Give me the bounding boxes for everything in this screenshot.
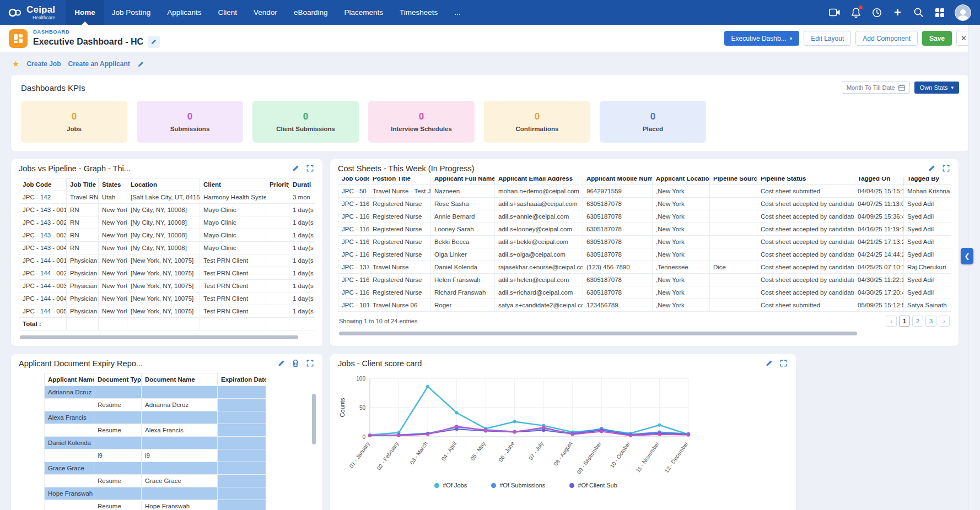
nav-item-timesheets[interactable]: Timesheets [391, 0, 446, 25]
kpi-card-interview-schedules[interactable]: 0Interview Schedules [368, 101, 475, 143]
table-row[interactable]: JPC - 50Travel Nurse - Test JobNazneenmo… [338, 185, 951, 198]
apps-grid-icon[interactable] [934, 7, 945, 18]
table-row[interactable]: JPC - 116Registered NurseHelen Franswaha… [338, 274, 951, 286]
create-applicant-link[interactable]: Create an Applicant [68, 60, 130, 68]
document-row[interactable]: ResumeHope Franswah [45, 500, 266, 510]
pagination-next-button[interactable]: › [939, 316, 950, 327]
own-stats-button[interactable]: Own Stats▾ [914, 82, 959, 94]
pagination-prev-button[interactable]: ‹ [886, 316, 897, 327]
applicant-group-row[interactable]: Adrianna Dcruz [45, 386, 266, 399]
table-row[interactable]: JPC - 101Travel Nurse 06Rogersatya.s+can… [338, 299, 951, 312]
expand-widget-button[interactable] [942, 164, 951, 173]
table-cell: Annie Bernard [431, 210, 495, 223]
client-score-chart: 05010001 - January02 - February03 - Marc… [336, 372, 777, 478]
legend-item-of-client-sub[interactable]: #Of Client Sub [569, 482, 617, 489]
notifications-bell-icon[interactable] [850, 7, 861, 18]
expand-widget-button[interactable] [306, 359, 315, 368]
nav-item-home[interactable]: Home [66, 0, 104, 25]
table-cell: Physician [67, 267, 99, 280]
table-row[interactable]: JPC - 143 - 002RNNew York[Ny City, NY, 1… [19, 216, 315, 229]
table-row[interactable]: JPC - 144 - 001PhysicianNew York[New Yor… [19, 254, 315, 267]
pagination-page-2[interactable]: 2 [912, 316, 923, 327]
video-call-icon[interactable] [829, 7, 841, 18]
nav-item-applicants[interactable]: Applicants [159, 0, 209, 25]
document-row[interactable]: ResumeGrace Grace [45, 475, 266, 487]
applicant-group-row[interactable]: Daniel Kolenda [45, 437, 266, 449]
nav-item-job-posting[interactable]: Job Posting [104, 0, 159, 25]
horizontal-scrollbar[interactable] [339, 332, 857, 335]
kpi-card-jobs[interactable]: 0Jobs [21, 101, 127, 143]
table-cell: JPC - 116 [338, 248, 369, 261]
kpi-card-confirmations[interactable]: 0Confirmations [484, 101, 590, 143]
edit-widget-button[interactable] [277, 359, 286, 368]
table-cell [94, 386, 142, 399]
table-cell [142, 487, 218, 500]
document-row[interactable]: ResumeAdrianna Dcruz [45, 399, 266, 411]
document-row[interactable]: i9i9 [45, 449, 266, 462]
table-cell: JPC - 116 [338, 223, 369, 236]
legend-item-of-submissions[interactable]: #Of Submissions [491, 482, 545, 489]
kpi-card-placed[interactable]: 0Placed [600, 101, 706, 143]
client-score-card-panel: Jobs - Client score card 05010001 - Janu… [330, 354, 796, 510]
horizontal-scrollbar[interactable] [20, 335, 298, 339]
table-row[interactable]: JPC - 116Registered NurseRichard Franswa… [338, 286, 951, 299]
nav-item-eboarding[interactable]: eBoarding [286, 0, 336, 25]
table-row[interactable]: JPC - 116Registered NurseRose Sashaadil.… [338, 198, 951, 210]
table-row[interactable]: JPC - 143 - 001RNNew York[Ny City, NY, 1… [19, 204, 315, 216]
edit-layout-button[interactable]: Edit Layout [804, 31, 851, 46]
table-row[interactable]: JPC - 116Registered NurseAnnie Bernardad… [338, 210, 951, 223]
y-tick-label: 100 [356, 376, 365, 382]
add-icon[interactable]: + [892, 7, 903, 18]
search-icon[interactable] [913, 7, 924, 18]
table-row[interactable]: JPC - 116Registered NurseLooney Sarahadi… [338, 223, 951, 236]
collapse-panel-tab[interactable]: ❮ [961, 248, 973, 264]
edit-widget-button[interactable] [292, 164, 300, 173]
user-avatar[interactable] [955, 4, 971, 21]
create-job-link[interactable]: Create Job [26, 60, 61, 68]
table-row[interactable]: JPC - 137Travel NurseDaniel Kolendarajas… [338, 261, 951, 274]
history-icon[interactable] [871, 7, 882, 18]
kpi-card-client-submissions[interactable]: 0Client Submissions [252, 101, 359, 143]
vertical-scrollbar[interactable] [312, 394, 316, 444]
edit-widget-button[interactable] [928, 164, 936, 173]
chart-data-point [368, 434, 371, 437]
table-row[interactable]: JPC - 144 - 005PhysicianNew York[New Yor… [19, 305, 315, 318]
table-row[interactable]: JPC - 142Travel RNUtah[Salt Lake City, U… [19, 191, 315, 204]
table-row[interactable]: JPC - 116Registered NurseOlga Linkeradil… [338, 248, 951, 261]
edit-widget-button[interactable] [765, 359, 774, 368]
nav-item-vendor[interactable]: Vendor [245, 0, 286, 25]
pagination-page-1[interactable]: 1 [899, 316, 910, 327]
document-row[interactable]: ResumeAlexa Francis [45, 424, 266, 437]
table-row[interactable]: JPC - 144 - 002PhysicianNew York[New Yor… [19, 267, 315, 280]
dashboard-select-button[interactable]: Executive Dashb...▾ [724, 31, 800, 46]
nav-item-placements[interactable]: Placements [336, 0, 391, 25]
applicant-group-row[interactable]: Hope Franswah [45, 487, 266, 500]
edit-title-button[interactable] [148, 36, 160, 48]
kpi-label: Placed [643, 126, 663, 132]
table-cell: Test PRN Client [200, 292, 266, 305]
applicant-group-row[interactable]: Grace Grace [45, 462, 266, 475]
brand-logo[interactable]: Ceipal Healthcare [0, 0, 66, 25]
table-row[interactable]: JPC - 143 - 003RNNew York[Ny City, NY, 1… [19, 229, 315, 242]
table-row[interactable]: JPC - 143 - 004RNNew York[Ny City, NY, 1… [19, 242, 315, 254]
pagination-page-3[interactable]: 3 [925, 316, 936, 327]
page-scroll-rail[interactable] [968, 25, 980, 510]
expand-widget-button[interactable] [306, 164, 315, 173]
nav-item-client[interactable]: Client [210, 0, 246, 25]
applicant-group-row[interactable]: Alexa Francis [45, 411, 266, 424]
expand-widget-button[interactable] [779, 359, 788, 368]
date-range-button[interactable]: Month To Till Date [842, 82, 910, 94]
kpi-card-submissions[interactable]: 0Submissions [137, 101, 243, 143]
favorite-star-icon[interactable]: ★ [12, 59, 19, 69]
save-button[interactable]: Save [922, 31, 952, 46]
document-type-cell: Resume [94, 399, 142, 411]
delete-widget-button[interactable] [292, 359, 300, 368]
table-row[interactable]: JPC - 116Registered NurseBekki Beccaadil… [338, 236, 951, 248]
edit-quicklinks-button[interactable] [137, 61, 144, 68]
table-row[interactable]: JPC - 144 - 003PhysicianNew York[New Yor… [19, 280, 315, 292]
legend-item-of-jobs[interactable]: #Of Jobs [434, 482, 467, 489]
table-cell: Syed Adil [904, 274, 951, 286]
table-row[interactable]: JPC - 144 - 004PhysicianNew York[New Yor… [19, 292, 315, 305]
nav-item-more[interactable]: ... [446, 0, 469, 25]
add-component-button[interactable]: Add Component [855, 31, 918, 46]
